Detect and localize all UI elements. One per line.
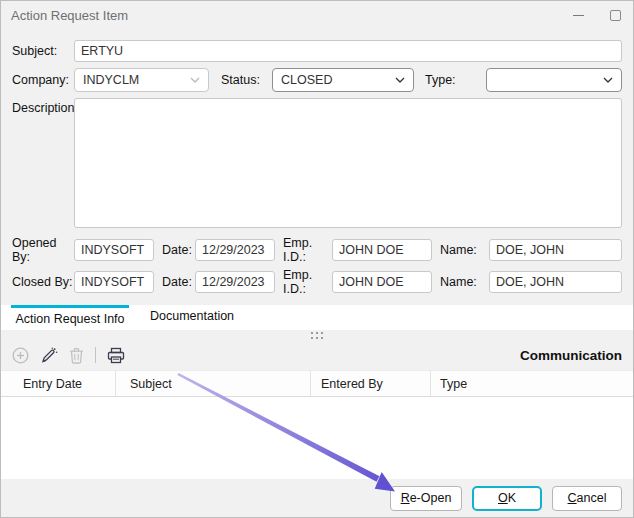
closed-emp-id-input[interactable] <box>332 271 432 293</box>
action-request-item-dialog: Action Request Item Subject: Company: IN… <box>0 0 634 518</box>
edit-button[interactable] <box>40 347 58 364</box>
closed-date-label: Date: <box>162 275 195 289</box>
communication-table-header: Entry Date Subject Entered By Type <box>1 370 633 397</box>
delete-button[interactable] <box>69 347 84 364</box>
status-dropdown[interactable]: CLOSED <box>272 68 414 92</box>
closed-date-input[interactable] <box>195 271 275 293</box>
column-header-type[interactable]: Type <box>431 371 633 396</box>
closed-emp-id-label: Emp. I.D.: <box>283 268 332 296</box>
type-dropdown[interactable] <box>486 68 622 92</box>
splitter[interactable] <box>1 330 633 340</box>
tab-action-request-info[interactable]: Action Request Info <box>11 305 129 330</box>
minimize-icon[interactable] <box>573 15 584 16</box>
delete-icon <box>69 347 84 364</box>
opened-by-label: Opened By: <box>12 236 74 264</box>
subject-input[interactable] <box>74 40 622 62</box>
communication-table-body[interactable] <box>1 397 633 479</box>
company-status-type-row: Company: INDYCLM Status: CLOSED Type: <box>12 68 622 92</box>
print-icon <box>107 347 125 364</box>
edit-icon <box>40 347 58 364</box>
closed-by-input[interactable] <box>74 271 154 293</box>
chevron-down-icon <box>190 77 200 83</box>
opened-by-row: Opened By: Date: Emp. I.D.: Name: <box>12 236 622 264</box>
cancel-button[interactable]: Cancel <box>552 486 622 511</box>
closed-name-label: Name: <box>440 275 489 289</box>
status-value: CLOSED <box>281 73 332 87</box>
print-button[interactable] <box>107 347 125 364</box>
company-dropdown[interactable]: INDYCLM <box>74 68 209 92</box>
company-value: INDYCLM <box>83 73 139 87</box>
opened-name-input[interactable] <box>489 239 622 261</box>
opened-date-label: Date: <box>162 243 195 257</box>
communication-panel: Communication Entry Date Subject Entered… <box>1 330 633 517</box>
closed-name-input[interactable] <box>489 271 622 293</box>
description-row: Description: <box>12 98 622 228</box>
subject-row: Subject: <box>12 40 622 62</box>
description-label: Description: <box>12 98 74 115</box>
ok-button[interactable]: OK <box>472 486 542 511</box>
chevron-down-icon <box>395 77 405 83</box>
column-header-entry-date[interactable]: Entry Date <box>1 371 116 396</box>
add-icon <box>12 347 29 364</box>
opened-by-input[interactable] <box>74 239 154 261</box>
description-textarea[interactable] <box>74 98 622 228</box>
dialog-button-bar: Re-Open OK Cancel <box>1 479 633 517</box>
window-title: Action Request Item <box>11 8 128 23</box>
opened-date-input[interactable] <box>195 239 275 261</box>
chevron-down-icon <box>603 77 613 83</box>
column-header-subject[interactable]: Subject <box>116 371 311 396</box>
add-button[interactable] <box>12 347 29 364</box>
opened-emp-id-input[interactable] <box>332 239 432 261</box>
maximize-icon[interactable] <box>610 10 621 21</box>
closed-by-label: Closed By: <box>12 275 74 289</box>
subject-label: Subject: <box>12 44 74 58</box>
splitter-grip-icon <box>311 332 323 339</box>
type-label: Type: <box>423 73 486 87</box>
toolbar-separator <box>95 347 96 363</box>
reopen-button[interactable]: Re-Open <box>390 486 462 511</box>
titlebar: Action Request Item <box>1 1 633 29</box>
tab-strip: Action Request Info Documentation <box>1 305 633 330</box>
tab-documentation[interactable]: Documentation <box>144 305 240 330</box>
communication-toolbar: Communication <box>1 340 633 370</box>
opened-emp-id-label: Emp. I.D.: <box>283 236 332 264</box>
closed-by-row: Closed By: Date: Emp. I.D.: Name: <box>12 268 622 296</box>
status-label: Status: <box>217 73 272 87</box>
column-header-entered-by[interactable]: Entered By <box>311 371 431 396</box>
communication-section-title: Communication <box>520 348 622 363</box>
form-area: Subject: Company: INDYCLM Status: CLOSED… <box>1 29 633 296</box>
opened-name-label: Name: <box>440 243 489 257</box>
company-label: Company: <box>12 73 74 87</box>
